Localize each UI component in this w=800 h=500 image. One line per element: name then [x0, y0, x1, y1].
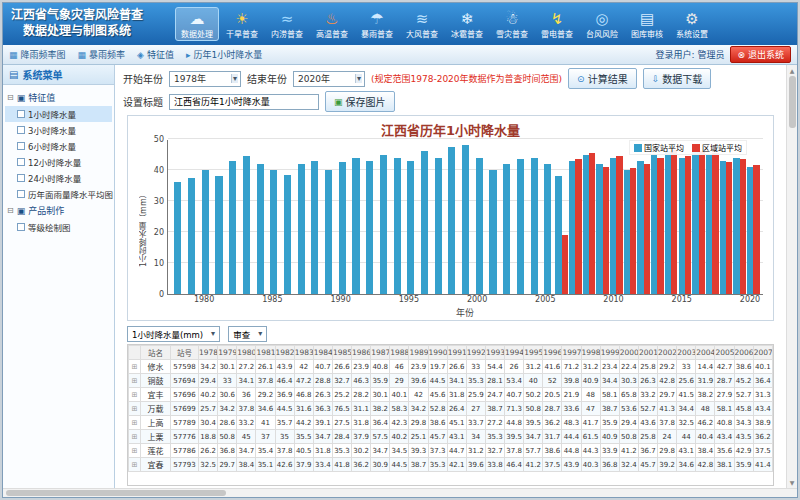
- breadcrumb-item-1[interactable]: ▦暴雨频率: [78, 48, 126, 61]
- table-header-year-1992[interactable]: 1992: [466, 346, 485, 360]
- table-header-year-1996[interactable]: 1996: [543, 346, 562, 360]
- tree-item-0-2[interactable]: 6小时降水量: [5, 138, 112, 154]
- table-header-year-1984[interactable]: 1984: [313, 346, 332, 360]
- logout-button[interactable]: ⊗ 退出系统: [730, 46, 791, 63]
- scrollbar-thumb[interactable]: [789, 76, 796, 128]
- row-expand-icon[interactable]: ⊞: [129, 388, 141, 402]
- checkbox-icon[interactable]: [17, 110, 25, 118]
- table-header-year-1982[interactable]: 1982: [275, 346, 294, 360]
- toolbar-item-8[interactable]: ↯雷电普查: [535, 7, 579, 41]
- checkbox-icon[interactable]: [17, 142, 25, 150]
- table-header-year-1998[interactable]: 1998: [581, 346, 600, 360]
- table-header-year-1994[interactable]: 1994: [505, 346, 524, 360]
- table-header-year-1997[interactable]: 1997: [562, 346, 581, 360]
- table-row[interactable]: ⊞上高5778930.428.633.24135.744.239.127.531…: [129, 416, 773, 430]
- checkbox-icon[interactable]: [17, 158, 25, 166]
- table-row[interactable]: ⊞铜鼓5769429.43334.137.846.447.228.832.746…: [129, 374, 773, 388]
- row-expand-icon[interactable]: ⊞: [129, 444, 141, 458]
- row-expand-icon[interactable]: ⊞: [129, 402, 141, 416]
- table-header-year-1986[interactable]: 1986: [352, 346, 371, 360]
- checkbox-icon[interactable]: [17, 126, 25, 134]
- tree-item-0-4[interactable]: 24小时降水量: [5, 170, 112, 186]
- toolbar-item-11[interactable]: ⚙系统设置: [670, 7, 714, 41]
- tree-item-0-3[interactable]: 12小时降水量: [5, 154, 112, 170]
- row-expand-icon[interactable]: ⊞: [129, 416, 141, 430]
- save-image-button[interactable]: ▣ 保存图片: [325, 91, 395, 112]
- toolbar-item-7[interactable]: ☃雪灾普查: [490, 7, 534, 41]
- tree-item-1-0[interactable]: 等级绘制图: [5, 219, 112, 235]
- toolbar-item-3[interactable]: ♨高温普查: [310, 7, 354, 41]
- toolbar-item-6[interactable]: ❄冰雹普查: [445, 7, 489, 41]
- review-filter[interactable]: 审查 ▾: [228, 326, 267, 342]
- table-header-year-1990[interactable]: 1990: [428, 346, 447, 360]
- table-row[interactable]: ⊞上栗5777618.850.845373535.534.728.437.957…: [129, 430, 773, 444]
- chart-title-input[interactable]: [169, 94, 319, 110]
- checkbox-icon[interactable]: [17, 223, 25, 231]
- row-expand-icon[interactable]: ⊞: [129, 374, 141, 388]
- table-header-year-1980[interactable]: 1980: [237, 346, 256, 360]
- table-header-year-1978[interactable]: 1978: [199, 346, 218, 360]
- tree-item-0-0[interactable]: 1小时降水量: [5, 106, 112, 122]
- table-header-year-1999[interactable]: 1999: [600, 346, 619, 360]
- table-header-station-name[interactable]: 站名: [141, 346, 171, 360]
- calculate-button[interactable]: ⊙ 计算结果: [568, 68, 637, 89]
- toolbar-item-2[interactable]: ≈内涝普查: [265, 7, 309, 41]
- horizontal-scrollbar[interactable]: [3, 488, 797, 497]
- table-header-year-1981[interactable]: 1981: [256, 346, 275, 360]
- table-header-year-2001[interactable]: 2001: [638, 346, 657, 360]
- table-header-year-2004[interactable]: 2004: [696, 346, 715, 360]
- table-row[interactable]: ⊞宜丰5769640.230.63629.236.946.826.325.228…: [129, 388, 773, 402]
- scroll-up-arrow[interactable]: ▲: [790, 65, 795, 76]
- scroll-down-arrow[interactable]: ▼: [790, 477, 795, 488]
- toolbar-item-0[interactable]: ☁数据处理: [175, 7, 219, 41]
- tree-group-1[interactable]: ⊟▣产品制作: [5, 202, 112, 219]
- value-cell: 25.2: [332, 388, 351, 402]
- table-header-year-1983[interactable]: 1983: [294, 346, 313, 360]
- tree-item-0-5[interactable]: 历年面雨量降水平均图: [5, 186, 112, 202]
- table-header-year-2005[interactable]: 2005: [715, 346, 734, 360]
- row-expand-icon[interactable]: ⊞: [129, 430, 141, 444]
- table-row[interactable]: ⊞莲花5778626.236.834.735.437.840.531.835.3…: [129, 444, 773, 458]
- table-header-year-1988[interactable]: 1988: [390, 346, 409, 360]
- table-header-year-2000[interactable]: 2000: [619, 346, 638, 360]
- toolbar-item-4[interactable]: ☂暴雨普查: [355, 7, 399, 41]
- toolbar-item-10[interactable]: ▤图库审核: [625, 7, 669, 41]
- table-header-year-2007[interactable]: 2007: [753, 346, 772, 360]
- table-header-year-1985[interactable]: 1985: [332, 346, 351, 360]
- table-header-year-2003[interactable]: 2003: [677, 346, 696, 360]
- tree-item-0-1[interactable]: 3小时降水量: [5, 122, 112, 138]
- value-cell: 29.7: [658, 388, 677, 402]
- breadcrumb-item-3[interactable]: ▸历年1小时降水量: [186, 48, 262, 61]
- table-header-year-1989[interactable]: 1989: [409, 346, 428, 360]
- table-header-year-1987[interactable]: 1987: [371, 346, 390, 360]
- breadcrumb-item-2[interactable]: ◈特征值: [137, 48, 174, 61]
- table-row[interactable]: ⊞修水5759834.230.127.226.143.94240.726.623…: [129, 360, 773, 374]
- table-header-year-2002[interactable]: 2002: [658, 346, 677, 360]
- table-header-year-1993[interactable]: 1993: [485, 346, 504, 360]
- table-header-year-1991[interactable]: 1991: [447, 346, 466, 360]
- download-button[interactable]: ⇩ 数据下载: [643, 68, 712, 89]
- toolbar-item-9[interactable]: ◎台风风险: [580, 7, 624, 41]
- metric-filter[interactable]: 1小时降水量(mm) ▾: [127, 326, 220, 342]
- toolbar-item-1[interactable]: ☀干旱普查: [220, 7, 264, 41]
- value-cell: 40.8: [371, 360, 390, 374]
- breadcrumb-item-0[interactable]: ▦降雨频率图: [9, 48, 66, 61]
- table-header-year-2006[interactable]: 2006: [734, 346, 753, 360]
- row-expand-icon[interactable]: ⊞: [129, 458, 141, 472]
- hscrollbar-thumb[interactable]: [6, 490, 226, 496]
- bar-group-1983: [240, 140, 254, 294]
- table-row[interactable]: ⊞宜春5779332.529.738.435.142.637.933.441.8…: [129, 458, 773, 472]
- toolbar-item-5[interactable]: ≋大风普查: [400, 7, 444, 41]
- vertical-scrollbar[interactable]: ▲ ▼: [786, 65, 797, 488]
- table-header-station-id[interactable]: 站号: [171, 346, 199, 360]
- row-expand-icon[interactable]: ⊞: [129, 360, 141, 374]
- start-year-select[interactable]: 1978年 ▾: [169, 71, 241, 87]
- checkbox-icon[interactable]: [17, 190, 25, 198]
- tree-item-label: 历年面雨量降水平均图: [28, 188, 113, 200]
- table-header-year-1979[interactable]: 1979: [218, 346, 237, 360]
- table-header-year-1995[interactable]: 1995: [524, 346, 543, 360]
- checkbox-icon[interactable]: [17, 174, 25, 182]
- table-row[interactable]: ⊞万载5769925.734.237.834.644.531.636.376.5…: [129, 402, 773, 416]
- end-year-select[interactable]: 2020年 ▾: [293, 71, 365, 87]
- tree-group-0[interactable]: ⊟▣特征值: [5, 89, 112, 106]
